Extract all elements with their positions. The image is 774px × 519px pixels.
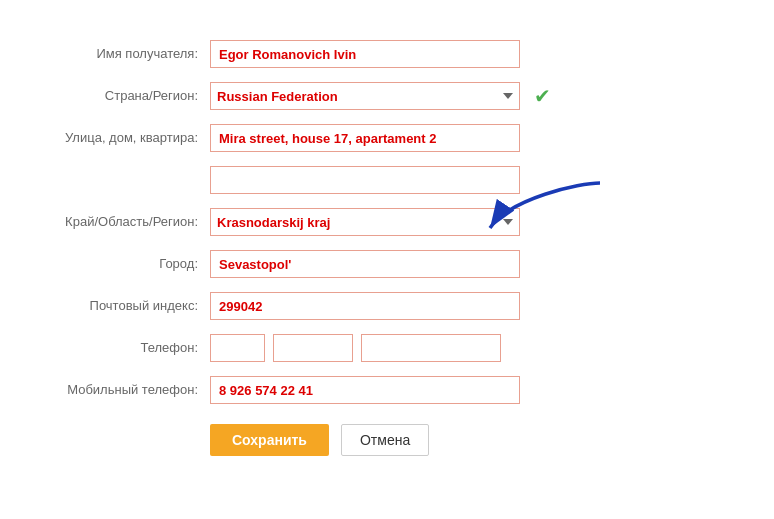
- phone-input-2[interactable]: [273, 334, 353, 362]
- phone-input-1[interactable]: [210, 334, 265, 362]
- city-row: Город:: [30, 250, 744, 278]
- state-label: Край/Область/Регион:: [30, 213, 210, 231]
- arrow-annotation: [480, 178, 610, 248]
- phone-field: [210, 334, 744, 362]
- postal-code-field: [210, 292, 744, 320]
- street-address-row: Улица, дом, квартира:: [30, 124, 744, 152]
- phone-label: Телефон:: [30, 339, 210, 357]
- address-line2-input[interactable]: [210, 166, 520, 194]
- phone-row: Телефон:: [30, 334, 744, 362]
- mobile-label: Мобильный телефон:: [30, 381, 210, 399]
- state-select[interactable]: Krasnodarskij kraj: [210, 208, 520, 236]
- street-address-input[interactable]: [210, 124, 520, 152]
- street-address-label: Улица, дом, квартира:: [30, 129, 210, 147]
- validation-checkmark: ✔: [534, 84, 551, 108]
- cancel-button[interactable]: Отмена: [341, 424, 429, 456]
- state-row: Край/Область/Регион: Krasnodarskij kraj: [30, 208, 744, 236]
- recipient-name-label: Имя получателя:: [30, 45, 210, 63]
- state-field: Krasnodarskij kraj: [210, 208, 744, 236]
- address-form: Имя получателя: Страна/Регион: Russian F…: [30, 20, 744, 476]
- postal-code-row: Почтовый индекс:: [30, 292, 744, 320]
- recipient-name-field: [210, 40, 744, 68]
- form-buttons: Сохранить Отмена: [210, 424, 744, 456]
- country-select[interactable]: Russian Federation: [210, 82, 520, 110]
- mobile-input[interactable]: [210, 376, 520, 404]
- postal-code-input[interactable]: [210, 292, 520, 320]
- mobile-row: Мобильный телефон:: [30, 376, 744, 404]
- postal-code-label: Почтовый индекс:: [30, 297, 210, 315]
- street-address-field: [210, 124, 744, 152]
- mobile-field: [210, 376, 744, 404]
- city-field: [210, 250, 744, 278]
- country-field: Russian Federation ✔: [210, 82, 744, 110]
- city-label: Город:: [30, 255, 210, 273]
- country-label: Страна/Регион:: [30, 87, 210, 105]
- recipient-name-row: Имя получателя:: [30, 40, 744, 68]
- address-line2-field: [210, 166, 744, 194]
- city-input[interactable]: [210, 250, 520, 278]
- country-row: Страна/Регион: Russian Federation ✔: [30, 82, 744, 110]
- save-button[interactable]: Сохранить: [210, 424, 329, 456]
- recipient-name-input[interactable]: [210, 40, 520, 68]
- phone-input-3[interactable]: [361, 334, 501, 362]
- address-line2-row: [30, 166, 744, 194]
